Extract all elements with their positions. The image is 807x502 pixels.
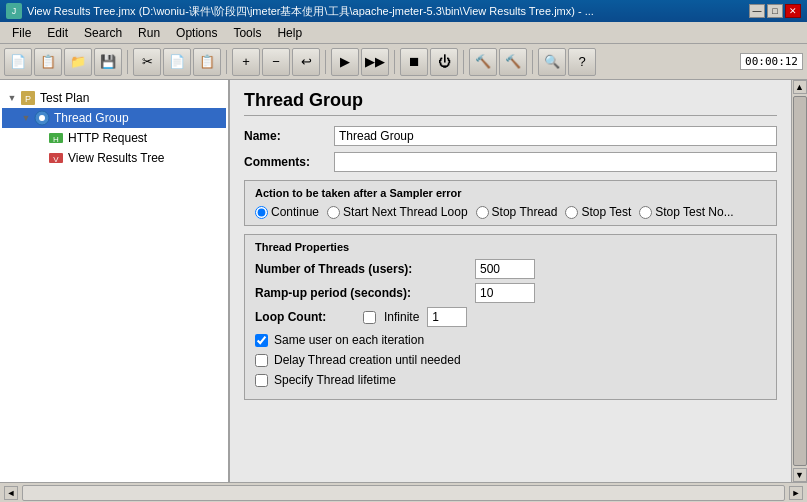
comments-label: Comments: bbox=[244, 155, 334, 169]
title-bar: J View Results Tree.jmx (D:\woniu-课件\阶段四… bbox=[0, 0, 807, 22]
save-button[interactable]: 💾 bbox=[94, 48, 122, 76]
radio-opt-stop-test[interactable]: Stop Test bbox=[565, 205, 631, 219]
scroll-left-arrow[interactable]: ◄ bbox=[4, 486, 18, 500]
comments-input[interactable] bbox=[334, 152, 777, 172]
help-button[interactable]: ? bbox=[568, 48, 596, 76]
add-button[interactable]: + bbox=[232, 48, 260, 76]
open-button[interactable]: 📁 bbox=[64, 48, 92, 76]
toolbar-separator-10 bbox=[325, 50, 326, 74]
svg-text:P: P bbox=[25, 94, 31, 104]
toolbar-timer: 00:00:12 bbox=[740, 53, 803, 70]
menu-item-help[interactable]: Help bbox=[269, 24, 310, 42]
close-button[interactable]: ✕ bbox=[785, 4, 801, 18]
radio-label-opt-stop-test: Stop Test bbox=[581, 205, 631, 219]
tree-label-thread-group: Thread Group bbox=[54, 111, 129, 125]
tree-item-http-request[interactable]: HHTTP Request bbox=[2, 128, 226, 148]
tree-expand-http-request[interactable] bbox=[34, 132, 46, 144]
radio-label-opt-next-loop: Start Next Thread Loop bbox=[343, 205, 468, 219]
clear-button[interactable]: 🔨 bbox=[469, 48, 497, 76]
ramp-up-row: Ramp-up period (seconds): bbox=[255, 283, 766, 303]
tree-item-view-results-tree[interactable]: VView Results Tree bbox=[2, 148, 226, 168]
main-area: ▼PTest Plan▼Thread Group HHTTP Request V… bbox=[0, 80, 807, 482]
ramp-up-input[interactable] bbox=[475, 283, 535, 303]
menu-item-search[interactable]: Search bbox=[76, 24, 130, 42]
radio-opt-continue[interactable]: Continue bbox=[255, 205, 319, 219]
loop-count-input[interactable] bbox=[427, 307, 467, 327]
radio-opt-stop-thread[interactable]: Stop Thread bbox=[476, 205, 558, 219]
horizontal-scrollbar[interactable] bbox=[22, 485, 785, 501]
app-icon: J bbox=[6, 3, 22, 19]
radio-label-opt-continue: Continue bbox=[271, 205, 319, 219]
menu-bar: FileEditSearchRunOptionsToolsHelp bbox=[0, 22, 807, 44]
svg-text:H: H bbox=[53, 135, 59, 144]
shutdown-button[interactable]: ⏻ bbox=[430, 48, 458, 76]
tree-icon-test-plan: P bbox=[20, 90, 36, 106]
tree-panel-inner: ▼PTest Plan▼Thread Group HHTTP Request V… bbox=[0, 84, 228, 172]
clear-all-button[interactable]: 🔨 bbox=[499, 48, 527, 76]
tree-expand-thread-group[interactable]: ▼ bbox=[20, 112, 32, 124]
radio-input-opt-continue[interactable] bbox=[255, 206, 268, 219]
start-nopause-button[interactable]: ▶▶ bbox=[361, 48, 389, 76]
loop-count-label: Loop Count: bbox=[255, 310, 355, 324]
title-bar-left: J View Results Tree.jmx (D:\woniu-课件\阶段四… bbox=[6, 3, 594, 19]
stop-button[interactable]: ⏹ bbox=[400, 48, 428, 76]
radio-input-opt-stop-test[interactable] bbox=[565, 206, 578, 219]
radio-opt-stop-test-now[interactable]: Stop Test No... bbox=[639, 205, 734, 219]
new-button[interactable]: 📄 bbox=[4, 48, 32, 76]
comments-row: Comments: bbox=[244, 152, 777, 172]
specify-lifetime-label: Specify Thread lifetime bbox=[274, 373, 396, 387]
copy-button[interactable]: 📄 bbox=[163, 48, 191, 76]
undo-button[interactable]: ↩ bbox=[292, 48, 320, 76]
scroll-down-arrow[interactable]: ▼ bbox=[793, 468, 807, 482]
tree-item-thread-group[interactable]: ▼Thread Group bbox=[2, 108, 226, 128]
toolbar: 📄📋📁💾✂📄📋+−↩▶▶▶⏹⏻🔨🔨🔍?00:00:12 bbox=[0, 44, 807, 80]
tree-icon-thread-group bbox=[34, 110, 50, 126]
svg-text:V: V bbox=[53, 155, 59, 164]
loop-infinite-checkbox[interactable] bbox=[363, 311, 376, 324]
templates-button[interactable]: 📋 bbox=[34, 48, 62, 76]
menu-item-options[interactable]: Options bbox=[168, 24, 225, 42]
action-section-title: Action to be taken after a Sampler error bbox=[255, 187, 766, 199]
toolbar-separator-12 bbox=[394, 50, 395, 74]
scroll-up-arrow[interactable]: ▲ bbox=[793, 80, 807, 94]
specify-lifetime-checkbox[interactable] bbox=[255, 374, 268, 387]
radio-input-opt-next-loop[interactable] bbox=[327, 206, 340, 219]
tree-expand-test-plan[interactable]: ▼ bbox=[6, 92, 18, 104]
paste-button[interactable]: 📋 bbox=[193, 48, 221, 76]
ramp-up-label: Ramp-up period (seconds): bbox=[255, 286, 475, 300]
radio-input-opt-stop-thread[interactable] bbox=[476, 206, 489, 219]
remove-button[interactable]: − bbox=[262, 48, 290, 76]
radio-opt-next-loop[interactable]: Start Next Thread Loop bbox=[327, 205, 468, 219]
tree-panel: ▼PTest Plan▼Thread Group HHTTP Request V… bbox=[0, 80, 230, 482]
toolbar-separator-14 bbox=[463, 50, 464, 74]
menu-item-file[interactable]: File bbox=[4, 24, 39, 42]
menu-item-run[interactable]: Run bbox=[130, 24, 168, 42]
title-bar-controls[interactable]: — □ ✕ bbox=[749, 4, 801, 18]
tree-item-test-plan[interactable]: ▼PTest Plan bbox=[2, 88, 226, 108]
scrollbar-vertical[interactable]: ▲ ▼ bbox=[791, 80, 807, 482]
name-input[interactable] bbox=[334, 126, 777, 146]
action-section: Action to be taken after a Sampler error… bbox=[244, 180, 777, 226]
delay-thread-checkbox[interactable] bbox=[255, 354, 268, 367]
search-button[interactable]: 🔍 bbox=[538, 48, 566, 76]
thread-props-section: Thread Properties Number of Threads (use… bbox=[244, 234, 777, 400]
same-user-checkbox[interactable] bbox=[255, 334, 268, 347]
radio-input-opt-stop-test-now[interactable] bbox=[639, 206, 652, 219]
menu-item-tools[interactable]: Tools bbox=[225, 24, 269, 42]
scrollbar-thumb[interactable] bbox=[793, 96, 807, 466]
toolbar-separator-16 bbox=[532, 50, 533, 74]
start-button[interactable]: ▶ bbox=[331, 48, 359, 76]
minimize-button[interactable]: — bbox=[749, 4, 765, 18]
loop-count-row: Loop Count: Infinite bbox=[255, 307, 766, 327]
maximize-button[interactable]: □ bbox=[767, 4, 783, 18]
toolbar-separator-7 bbox=[226, 50, 227, 74]
same-user-label: Same user on each iteration bbox=[274, 333, 424, 347]
num-threads-input[interactable] bbox=[475, 259, 535, 279]
thread-props-title: Thread Properties bbox=[255, 241, 766, 253]
cut-button[interactable]: ✂ bbox=[133, 48, 161, 76]
tree-icon-view-results-tree: V bbox=[48, 150, 64, 166]
name-row: Name: bbox=[244, 126, 777, 146]
tree-expand-view-results-tree[interactable] bbox=[34, 152, 46, 164]
scroll-right-arrow[interactable]: ► bbox=[789, 486, 803, 500]
menu-item-edit[interactable]: Edit bbox=[39, 24, 76, 42]
